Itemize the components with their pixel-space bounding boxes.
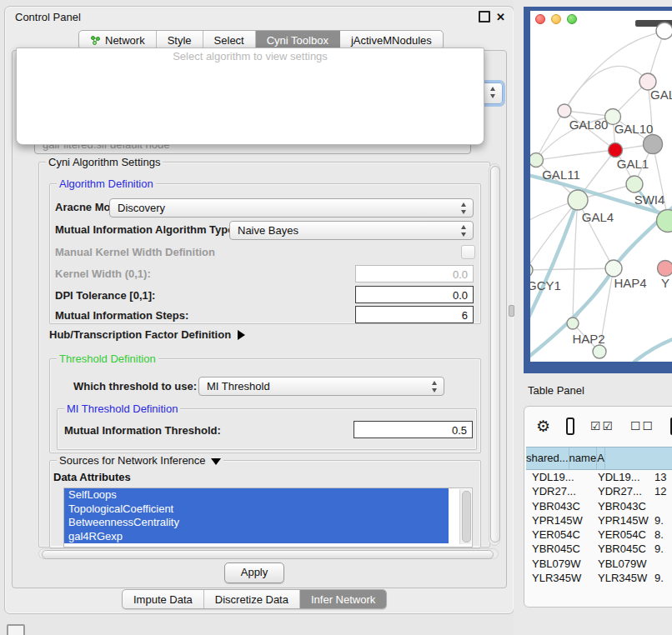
network-node-label: GAL80 (569, 118, 609, 132)
column-header[interactable]: A (597, 448, 605, 469)
network-node-label: HAP4 (614, 276, 646, 290)
algorithm-menu-item[interactable] (17, 102, 484, 116)
apply-button[interactable]: Apply (224, 562, 284, 583)
collapse-arrow-icon[interactable] (211, 458, 221, 465)
algorithm-definition-group: Algorithm Definition Aracne Mode: Discov… (49, 183, 481, 324)
which-threshold-label: Which threshold to use: (73, 380, 197, 392)
control-panel-tab[interactable]: Network (79, 31, 157, 49)
which-threshold-combobox[interactable]: MI Threshold (198, 377, 444, 396)
kernel-width-field[interactable]: 0.0 (355, 265, 474, 282)
dpi-tolerance-label: DPI Tolerance [0,1]: (55, 289, 155, 302)
cell-name: YDR27... (593, 484, 651, 498)
attribute-list-item[interactable]: SelfLoops (64, 488, 449, 502)
table-row[interactable]: YPR145W YPR145W 9. (526, 513, 672, 528)
bottom-tab[interactable]: Impute Data (123, 590, 204, 608)
bottom-tab[interactable]: Infer Network (300, 590, 386, 608)
algorithm-menu-item[interactable] (17, 77, 484, 90)
hub-definition-expander[interactable]: Hub/Transcription Factor Definition (49, 328, 245, 341)
expand-arrow-icon (238, 330, 245, 340)
cell-shared-name: YPR145W (526, 513, 593, 528)
select-all-checkboxes-icon[interactable]: ☑☑ (590, 419, 614, 432)
network-node-label: GAL4 (582, 210, 614, 224)
column-header[interactable]: shared... (526, 448, 569, 469)
network-node[interactable] (567, 318, 579, 329)
algorithm-menu-item[interactable] (17, 63, 484, 77)
network-node[interactable] (658, 261, 672, 277)
control-panel-tab[interactable]: Style (157, 31, 203, 49)
cell-name: YER054C (593, 528, 651, 542)
cell-name: YBR045C (593, 542, 651, 556)
algorithm-menu-item[interactable] (17, 128, 484, 142)
mini-palette-icon[interactable] (7, 624, 25, 635)
table-row[interactable]: YDR27... YDR27... 12 (526, 484, 672, 498)
cell-name: YPR145W (593, 513, 651, 528)
panel-divider-handle[interactable] (509, 305, 514, 317)
attribute-list-item[interactable]: BetweennessCentrality (64, 516, 449, 530)
group-title: Cyni Algorithm Settings (46, 156, 163, 168)
control-panel-tab[interactable]: jActiveMNodules (340, 31, 443, 49)
network-node[interactable] (626, 176, 643, 192)
network-node[interactable] (530, 263, 533, 277)
attribute-list-item[interactable]: TopologicalCoefficient (64, 502, 449, 517)
control-panel-tab[interactable]: Select (203, 31, 256, 49)
network-node[interactable] (656, 22, 672, 39)
combo-stepper-icon (461, 225, 467, 237)
mi-algorithm-type-combobox[interactable]: Naive Bayes (229, 221, 474, 240)
network-node[interactable] (644, 135, 663, 154)
dpi-tolerance-field[interactable]: 0.0 (355, 286, 474, 303)
deselect-all-checkboxes-icon[interactable]: ☐☐ (630, 419, 654, 432)
mi-threshold-field[interactable]: 0.5 (354, 421, 473, 438)
network-node[interactable] (609, 143, 623, 158)
network-node-label: HAP2 (572, 332, 604, 346)
bottom-tab[interactable]: Discretize Data (204, 590, 300, 608)
table-row[interactable]: YBR043C YBR043C (526, 499, 672, 513)
table-toolbar: ⚙ ☑☑ ☐☐ (524, 407, 672, 445)
combo-stepper-icon (490, 87, 496, 98)
network-node[interactable] (593, 345, 606, 358)
column-header[interactable]: name (569, 448, 598, 469)
data-attributes-list[interactable]: SelfLoopsTopologicalCoefficientBetweenne… (63, 488, 473, 548)
mi-steps-label: Mutual Information Steps: (55, 309, 188, 322)
network-node[interactable] (568, 190, 588, 210)
gear-icon[interactable]: ⚙ (536, 418, 550, 434)
cell-value: 9. (651, 585, 672, 587)
list-scrollbar[interactable] (459, 489, 471, 544)
cell-value: 12 (651, 484, 672, 498)
cell-name: YLR345W (593, 571, 651, 585)
control-panel-tab[interactable]: Cyni Toolbox (256, 31, 340, 49)
network-node[interactable] (558, 104, 571, 118)
network-node-label: GAL10 (614, 122, 654, 136)
settings-vertical-scrollbar[interactable] (489, 163, 500, 546)
algorithm-menu-item[interactable] (17, 115, 484, 128)
cell-name: YBL079W (593, 557, 651, 571)
cell-name: YBR043C (593, 499, 651, 513)
network-node[interactable] (605, 260, 622, 277)
table-row[interactable]: YER054C YER054C 8. (526, 528, 672, 542)
table-row[interactable]: YBR045C YBR045C 9. (526, 542, 672, 556)
table-body: YDL19... YDL19... 13 YDR27... YDR27... 1… (526, 470, 672, 587)
network-node-label: GAL1 (617, 157, 649, 171)
table-row[interactable]: YLR345W YLR345W 9. (526, 571, 672, 585)
mi-steps-field[interactable]: 6 (355, 306, 474, 323)
tab-label: Infer Network (311, 593, 375, 606)
table-row[interactable]: YBL079W YBL079W (526, 557, 672, 571)
table-header-row: shared...nameA (526, 447, 672, 470)
panel-title: Control Panel (15, 11, 81, 23)
table-row[interactable]: YDL19... YDL19... 13 (526, 470, 672, 484)
settings-horizontal-scrollbar[interactable] (38, 548, 499, 559)
attribute-list-item[interactable]: gal4RGexp (64, 530, 449, 544)
table-row[interactable]: YIL052C YIL052C 9. (526, 585, 672, 587)
close-icon[interactable]: ✕ (496, 12, 505, 22)
node-table: shared...nameA YDL19... YDL19... 13 YDR2… (526, 447, 672, 587)
columns-icon[interactable] (566, 418, 574, 435)
network-node[interactable] (530, 153, 544, 168)
combo-stepper-icon (461, 202, 467, 214)
tab-label: Network (105, 34, 145, 47)
network-canvas[interactable]: GAL8GAL80GAL10GAL1GAL11SWI4GAL4HAP4YGCY1… (530, 11, 672, 362)
cell-shared-name: YBR043C (526, 499, 593, 513)
aracne-mode-combobox[interactable]: Discovery (109, 198, 474, 218)
float-panel-icon[interactable] (479, 11, 490, 22)
tab-label: Select (214, 34, 244, 47)
manual-kernel-checkbox[interactable] (461, 245, 475, 259)
algorithm-menu-item[interactable] (17, 89, 484, 102)
